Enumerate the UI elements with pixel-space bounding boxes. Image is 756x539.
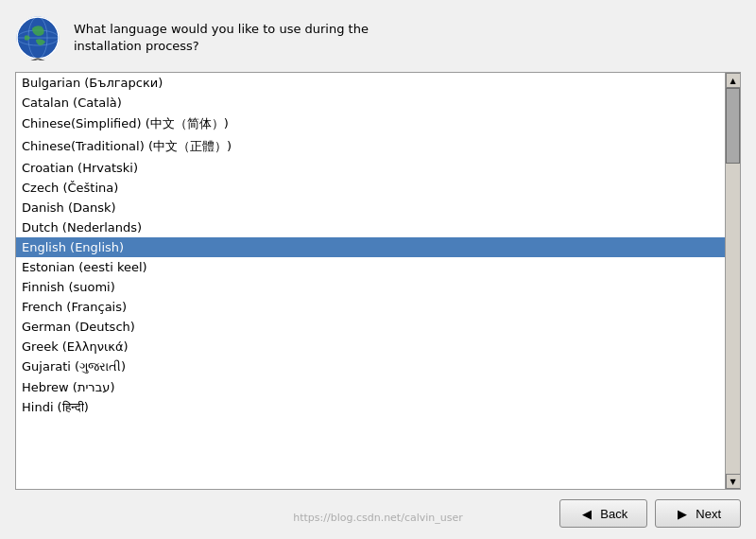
scrollbar-thumb[interactable] xyxy=(726,88,740,164)
watermark: https://blog.csdn.net/calvin_user xyxy=(293,512,463,524)
back-button[interactable]: ◀ Back xyxy=(559,499,647,528)
header-question: What language would you like to use duri… xyxy=(74,21,369,55)
language-list[interactable]: Bulgarian (Български)Catalan (Català)Chi… xyxy=(16,73,725,489)
list-item[interactable]: Danish (Dansk) xyxy=(16,198,725,217)
list-item[interactable]: Chinese(Simplified) (中文（简体）) xyxy=(16,113,725,135)
next-button[interactable]: ▶ Next xyxy=(655,499,741,528)
list-item[interactable]: Greek (Ελληνικά) xyxy=(16,337,725,356)
list-item[interactable]: Chinese(Traditional) (中文（正體）) xyxy=(16,135,725,158)
list-item[interactable]: German (Deutsch) xyxy=(16,317,725,337)
list-item[interactable]: Dutch (Nederlands) xyxy=(16,217,725,237)
header: What language would you like to use duri… xyxy=(0,0,756,72)
svg-line-6 xyxy=(28,59,38,61)
list-item[interactable]: Estonian (eesti keel) xyxy=(16,257,725,277)
list-item[interactable]: English (English) xyxy=(16,237,725,257)
next-icon: ▶ xyxy=(675,506,690,521)
list-item[interactable]: Gujarati (ગુજરાતી) xyxy=(16,356,725,377)
scroll-up-button[interactable]: ▲ xyxy=(726,73,741,88)
scrollbar-track[interactable] xyxy=(726,88,740,474)
footer: https://blog.csdn.net/calvin_user ◀ Back… xyxy=(0,490,756,539)
back-label: Back xyxy=(600,507,627,521)
scrollbar[interactable]: ▲ ▼ xyxy=(725,73,740,489)
next-label: Next xyxy=(696,507,721,521)
list-item[interactable]: French (Français) xyxy=(16,297,725,317)
svg-line-7 xyxy=(38,59,47,61)
list-item[interactable]: Croatian (Hrvatski) xyxy=(16,158,725,178)
scroll-down-button[interactable]: ▼ xyxy=(726,474,741,489)
list-item[interactable]: Catalan (Català) xyxy=(16,93,725,113)
language-list-container: Bulgarian (Български)Catalan (Català)Chi… xyxy=(15,72,741,490)
list-item[interactable]: Bulgarian (Български) xyxy=(16,73,725,93)
list-item[interactable]: Czech (Čeština) xyxy=(16,178,725,198)
globe-icon xyxy=(15,15,60,61)
list-item[interactable]: Finnish (suomi) xyxy=(16,277,725,297)
main-content: Bulgarian (Български)Catalan (Català)Chi… xyxy=(0,72,756,490)
list-item[interactable]: Hindi (हिन्दी) xyxy=(16,397,725,418)
back-icon: ◀ xyxy=(579,506,594,521)
list-item[interactable]: Hebrew (עברית) xyxy=(16,377,725,397)
